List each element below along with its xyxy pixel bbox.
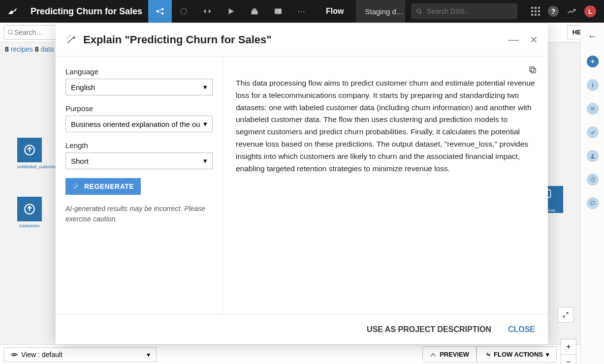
collapse-arrow-icon[interactable]: ← xyxy=(588,30,598,42)
chevron-down-icon: ▾ xyxy=(546,351,549,358)
flow-search[interactable] xyxy=(4,25,58,40)
topbar-right: ? L xyxy=(523,5,604,17)
modal-title: Explain "Predicting Churn for Sales" xyxy=(83,33,272,46)
chevron-down-icon: ▾ xyxy=(203,156,207,165)
list-icon[interactable] xyxy=(587,103,599,115)
flow-label[interactable]: Flow xyxy=(314,7,356,16)
preview-icon xyxy=(430,351,437,358)
regenerate-button[interactable]: REGENERATE xyxy=(65,178,141,195)
magic-wand-icon xyxy=(72,182,80,190)
svg-line-8 xyxy=(420,12,422,14)
svg-point-7 xyxy=(417,9,421,13)
language-select[interactable]: English▾ xyxy=(65,79,213,95)
node-label: unlabeled_customers xyxy=(17,164,42,169)
explanation-text: This data processing flow aims to predic… xyxy=(236,77,535,175)
apps-grid-icon[interactable] xyxy=(531,7,540,16)
zoom-in-button[interactable]: + xyxy=(561,339,576,355)
deploy-tab-icon[interactable] xyxy=(243,0,266,23)
view-selector[interactable]: View : default ▾ xyxy=(4,347,157,362)
svg-rect-25 xyxy=(530,67,534,71)
use-as-description-button[interactable]: USE AS PROJECT DESCRIPTION xyxy=(367,325,491,334)
global-search-input[interactable] xyxy=(427,7,512,15)
minimize-icon[interactable]: — xyxy=(508,33,519,46)
recipes-count: 8 xyxy=(5,45,9,53)
dataset-node-unlabeled[interactable]: unlabeled_customers xyxy=(17,138,42,169)
svg-point-23 xyxy=(13,354,15,356)
more-tab-icon[interactable]: ⋯ xyxy=(290,0,314,23)
svg-point-21 xyxy=(592,154,594,156)
svg-point-3 xyxy=(181,8,187,14)
purpose-label: Purpose xyxy=(65,104,213,113)
datasets-count: 8 xyxy=(35,45,39,53)
history-icon[interactable] xyxy=(587,174,599,185)
length-select[interactable]: Short▾ xyxy=(65,152,213,169)
modal-content-panel: This data processing flow aims to predic… xyxy=(223,57,548,314)
svg-point-1 xyxy=(161,8,164,10)
user-icon[interactable] xyxy=(587,150,599,162)
zoom-out-button[interactable]: − xyxy=(561,355,576,364)
svg-rect-24 xyxy=(531,68,536,73)
chat-icon[interactable] xyxy=(587,197,599,209)
chevron-down-icon: ▾ xyxy=(147,351,150,359)
svg-point-9 xyxy=(8,30,12,33)
flow-bottombar: View : default ▾ PREVIEW FLOW ACTIONS ▾ … xyxy=(0,344,580,364)
explain-modal: Explain "Predicting Churn for Sales" — ✕… xyxy=(56,24,548,344)
svg-rect-5 xyxy=(275,9,282,14)
wrench-icon xyxy=(484,351,491,358)
user-avatar[interactable]: L xyxy=(584,5,596,17)
trend-icon[interactable] xyxy=(567,6,576,16)
preview-button[interactable]: PREVIEW xyxy=(422,346,477,363)
length-label: Length xyxy=(65,141,213,150)
check-icon[interactable] xyxy=(587,126,599,138)
view-label: View : default xyxy=(21,351,63,359)
close-button[interactable]: CLOSE xyxy=(508,325,535,334)
logo-bird-icon[interactable] xyxy=(0,0,25,23)
svg-rect-17 xyxy=(592,85,593,87)
info-icon[interactable] xyxy=(587,79,599,91)
modal-footer: USE AS PROJECT DESCRIPTION CLOSE xyxy=(56,314,548,344)
lab-tab-icon[interactable] xyxy=(172,0,195,23)
staging-tab[interactable]: Staging d… xyxy=(356,0,405,23)
top-navbar: Predicting Churn for Sales ⋯ Flow Stagin… xyxy=(0,0,604,23)
modal-header: Explain "Predicting Churn for Sales" — ✕ xyxy=(56,24,548,56)
svg-point-0 xyxy=(157,10,159,13)
flow-search-input[interactable] xyxy=(14,29,49,36)
chevron-down-icon: ▾ xyxy=(203,120,207,128)
dashboard-tab-icon[interactable] xyxy=(266,0,290,23)
expand-icon[interactable] xyxy=(558,307,573,323)
code-tab-icon[interactable] xyxy=(195,0,219,23)
svg-line-10 xyxy=(12,33,13,34)
global-search[interactable] xyxy=(411,3,517,19)
eye-icon xyxy=(10,351,18,359)
modal-form-panel: Language English▾ Purpose Business orien… xyxy=(56,57,223,314)
datasets-link[interactable]: data xyxy=(40,45,54,53)
flow-tab-icon[interactable] xyxy=(148,0,172,23)
purpose-select[interactable]: Business oriented explanation of the ou▾ xyxy=(65,116,213,132)
topbar-tabs: ⋯ xyxy=(148,0,314,23)
upload-icon xyxy=(17,138,42,162)
add-icon[interactable] xyxy=(587,56,599,67)
copy-icon[interactable] xyxy=(528,65,537,76)
help-icon[interactable]: ? xyxy=(548,6,559,17)
play-tab-icon[interactable] xyxy=(219,0,243,23)
magic-wand-icon xyxy=(65,34,76,45)
ai-disclaimer: AI-generated results may be incorrect. P… xyxy=(65,204,213,224)
chevron-down-icon: ▾ xyxy=(203,83,207,91)
upload-icon xyxy=(17,197,42,221)
recipes-link[interactable]: recipes xyxy=(11,45,33,53)
dataset-node-customers[interactable]: customers xyxy=(17,197,42,228)
node-label: customers xyxy=(17,223,42,228)
right-sidebar: ← xyxy=(580,23,604,364)
close-icon[interactable]: ✕ xyxy=(530,34,538,46)
flow-actions-button[interactable]: FLOW ACTIONS ▾ xyxy=(477,346,557,363)
project-title[interactable]: Predicting Churn for Sales xyxy=(25,6,148,17)
language-label: Language xyxy=(65,67,213,76)
svg-point-16 xyxy=(592,83,593,84)
svg-point-2 xyxy=(161,12,164,15)
svg-rect-4 xyxy=(252,11,257,15)
